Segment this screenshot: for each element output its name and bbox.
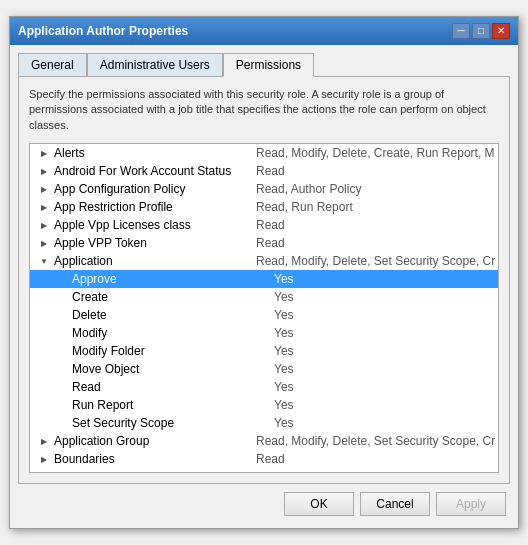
window-title: Application Author Properties <box>18 24 188 38</box>
maximize-button[interactable]: □ <box>472 23 490 39</box>
ok-button[interactable]: OK <box>284 492 354 516</box>
tree-item-permissions: Yes <box>270 272 496 286</box>
expand-icon[interactable]: ▶ <box>36 451 52 467</box>
collapse-icon[interactable]: ▼ <box>36 253 52 269</box>
tree-item-permissions: Yes <box>270 326 496 340</box>
minimize-button[interactable]: ─ <box>452 23 470 39</box>
tree-item-permissions: Read, Modify, Delete, Set Security Scope… <box>252 434 496 448</box>
leaf-icon <box>54 343 70 359</box>
leaf-icon <box>54 415 70 431</box>
close-button[interactable]: ✕ <box>492 23 510 39</box>
tree-item-name: Application Group <box>52 434 252 448</box>
tree-item-name: Alerts <box>52 146 252 160</box>
expand-icon[interactable]: ▶ <box>36 145 52 161</box>
tree-row[interactable]: ▶AlertsRead, Modify, Delete, Create, Run… <box>30 144 498 162</box>
tree-row[interactable]: ▶BoundariesRead <box>30 450 498 468</box>
tree-row[interactable]: ▼ApplicationRead, Modify, Delete, Set Se… <box>30 252 498 270</box>
leaf-icon <box>54 271 70 287</box>
tree-row[interactable]: ReadYes <box>30 378 498 396</box>
tree-item-permissions: Read <box>252 452 496 466</box>
leaf-icon <box>54 379 70 395</box>
tree-row[interactable]: DeleteYes <box>30 306 498 324</box>
tree-item-name: Modify <box>70 326 270 340</box>
tree-row[interactable]: ApproveYes <box>30 270 498 288</box>
tab-general[interactable]: General <box>18 53 87 77</box>
cancel-button[interactable]: Cancel <box>360 492 430 516</box>
tree-item-permissions: Yes <box>270 290 496 304</box>
permissions-panel: Specify the permissions associated with … <box>18 76 510 484</box>
tree-item-permissions: Read <box>252 470 496 473</box>
button-row: OK Cancel Apply <box>18 484 510 520</box>
tree-item-permissions: Yes <box>270 398 496 412</box>
tree-row[interactable]: ▶Boundary GroupRead <box>30 468 498 473</box>
tree-item-permissions: Read, Run Report <box>252 200 496 214</box>
apply-button[interactable]: Apply <box>436 492 506 516</box>
tree-row[interactable]: Modify FolderYes <box>30 342 498 360</box>
tree-item-name: Read <box>70 380 270 394</box>
tree-row[interactable]: ▶App Restriction ProfileRead, Run Report <box>30 198 498 216</box>
tree-item-permissions: Read <box>252 164 496 178</box>
tree-item-permissions: Read <box>252 236 496 250</box>
tree-row[interactable]: Set Security ScopeYes <box>30 414 498 432</box>
tab-bar: General Administrative Users Permissions <box>18 53 510 77</box>
window-controls: ─ □ ✕ <box>452 23 510 39</box>
leaf-icon <box>54 307 70 323</box>
tree-row[interactable]: ModifyYes <box>30 324 498 342</box>
tree-item-permissions: Yes <box>270 344 496 358</box>
tree-item-permissions: Yes <box>270 416 496 430</box>
leaf-icon <box>54 361 70 377</box>
expand-icon[interactable]: ▶ <box>36 469 52 473</box>
tree-item-permissions: Read, Modify, Delete, Set Security Scope… <box>252 254 496 268</box>
tree-item-name: App Configuration Policy <box>52 182 252 196</box>
tree-row[interactable]: ▶App Configuration PolicyRead, Author Po… <box>30 180 498 198</box>
permissions-tree[interactable]: ▶AlertsRead, Modify, Delete, Create, Run… <box>29 143 499 473</box>
expand-icon[interactable]: ▶ <box>36 181 52 197</box>
tree-item-name: Boundaries <box>52 452 252 466</box>
tree-item-permissions: Read, Author Policy <box>252 182 496 196</box>
leaf-icon <box>54 325 70 341</box>
tree-item-name: Apple Vpp Licenses class <box>52 218 252 232</box>
tree-item-permissions: Yes <box>270 308 496 322</box>
tree-row[interactable]: CreateYes <box>30 288 498 306</box>
expand-icon[interactable]: ▶ <box>36 433 52 449</box>
tree-item-name: Create <box>70 290 270 304</box>
expand-icon[interactable]: ▶ <box>36 235 52 251</box>
tree-item-name: Delete <box>70 308 270 322</box>
main-window: Application Author Properties ─ □ ✕ Gene… <box>9 16 519 529</box>
leaf-icon <box>54 289 70 305</box>
leaf-icon <box>54 397 70 413</box>
tree-row[interactable]: Move ObjectYes <box>30 360 498 378</box>
tree-item-name: Run Report <box>70 398 270 412</box>
title-bar: Application Author Properties ─ □ ✕ <box>10 17 518 45</box>
tree-item-permissions: Yes <box>270 380 496 394</box>
tree-row[interactable]: ▶Application GroupRead, Modify, Delete, … <box>30 432 498 450</box>
expand-icon[interactable]: ▶ <box>36 163 52 179</box>
tree-item-permissions: Yes <box>270 362 496 376</box>
expand-icon[interactable]: ▶ <box>36 217 52 233</box>
tree-item-name: Android For Work Account Status <box>52 164 252 178</box>
panel-description: Specify the permissions associated with … <box>29 87 499 133</box>
tree-item-permissions: Read <box>252 218 496 232</box>
window-content: General Administrative Users Permissions… <box>10 45 518 528</box>
tree-item-name: Application <box>52 254 252 268</box>
tree-row[interactable]: ▶Android For Work Account StatusRead <box>30 162 498 180</box>
tab-admin-users[interactable]: Administrative Users <box>87 53 223 77</box>
tree-row[interactable]: ▶Apple VPP TokenRead <box>30 234 498 252</box>
tree-row[interactable]: Run ReportYes <box>30 396 498 414</box>
tree-row[interactable]: ▶Apple Vpp Licenses classRead <box>30 216 498 234</box>
tree-item-permissions: Read, Modify, Delete, Create, Run Report… <box>252 146 496 160</box>
expand-icon[interactable]: ▶ <box>36 199 52 215</box>
tree-item-name: Move Object <box>70 362 270 376</box>
tree-item-name: Boundary Group <box>52 470 252 473</box>
tree-item-name: Modify Folder <box>70 344 270 358</box>
tree-item-name: App Restriction Profile <box>52 200 252 214</box>
tree-item-name: Apple VPP Token <box>52 236 252 250</box>
tree-item-name: Approve <box>70 272 270 286</box>
tab-permissions[interactable]: Permissions <box>223 53 314 77</box>
tree-item-name: Set Security Scope <box>70 416 270 430</box>
